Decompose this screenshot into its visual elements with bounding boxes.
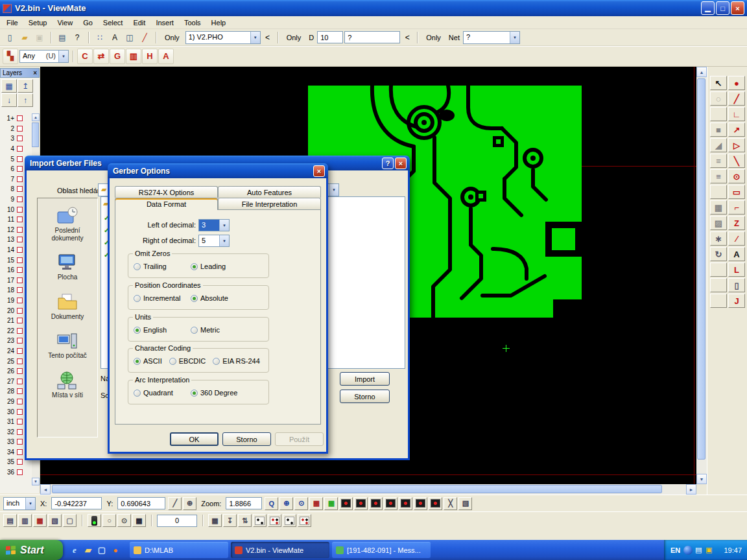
- pan-arrows-button[interactable]: ⇄: [93, 49, 109, 64]
- split-view-button[interactable]: ◫: [123, 31, 137, 44]
- align-tool-button[interactable]: ≡: [710, 154, 727, 168]
- start-button[interactable]: Start: [0, 540, 63, 560]
- zoom-window-icon[interactable]: ⊕: [279, 497, 293, 510]
- scroll-up-icon[interactable]: ▲: [696, 67, 707, 77]
- origin-icon[interactable]: ⊕: [183, 497, 196, 510]
- layer-color-swatch[interactable]: [17, 409, 23, 415]
- right-of-decimal-combo[interactable]: 5 ▼: [198, 235, 230, 247]
- vector-tool-button[interactable]: ↗: [728, 122, 745, 137]
- place-network[interactable]: Místa v síti: [38, 371, 97, 399]
- context-help-button[interactable]: ?: [70, 31, 84, 44]
- menu-item[interactable]: Setup: [23, 18, 53, 28]
- layer-color-swatch[interactable]: [17, 247, 23, 253]
- dcode-filter-icon[interactable]: [339, 497, 353, 510]
- layer-color-swatch[interactable]: [17, 257, 23, 263]
- pad-pattern-icon[interactable]: [429, 497, 442, 510]
- ie-quicklaunch[interactable]: e: [69, 545, 80, 555]
- radio-option[interactable]: 360 Degree: [191, 389, 248, 397]
- dropdown-arrow-icon[interactable]: ▼: [58, 51, 68, 62]
- menu-item[interactable]: View: [52, 18, 78, 28]
- aperture-text-button[interactable]: A: [158, 49, 174, 64]
- tab-data-format[interactable]: Data Format: [115, 198, 218, 210]
- dialog-close-button[interactable]: ×: [313, 165, 325, 177]
- radio-option[interactable]: EIA RS-244: [213, 357, 259, 365]
- layer-file-combo[interactable]: 1) V2.PHO ▼: [185, 31, 261, 44]
- layer-color-swatch[interactable]: [17, 368, 23, 374]
- unit-combo[interactable]: inch ▼: [3, 497, 36, 510]
- layer-color-swatch[interactable]: [17, 338, 23, 344]
- print-button[interactable]: ▤: [55, 31, 69, 44]
- previous-layer-button[interactable]: <: [262, 31, 274, 44]
- sketch-tool-button[interactable]: ∕: [728, 231, 745, 246]
- place-documents[interactable]: Dokumenty: [38, 292, 97, 321]
- zigzag-tool-button[interactable]: Z: [728, 216, 745, 230]
- menu-item[interactable]: Insert: [150, 18, 179, 28]
- task-button-message[interactable]: [191-482-091] - Mess...: [332, 542, 431, 558]
- layer-color-swatch[interactable]: [17, 176, 23, 182]
- language-indicator[interactable]: EN: [670, 546, 680, 554]
- axes-icon[interactable]: ⇅: [238, 514, 252, 527]
- dot-pattern-icon[interactable]: [283, 514, 296, 527]
- rotate-tool-button[interactable]: ↻: [710, 247, 727, 261]
- menu-item[interactable]: Edit: [128, 18, 150, 28]
- big-grid-icon[interactable]: ▦: [132, 514, 146, 527]
- dcode-filter-icon[interactable]: [354, 497, 368, 510]
- layer-move-up-button[interactable]: ↑: [18, 93, 33, 107]
- dot-pattern-icon[interactable]: [253, 514, 267, 527]
- radio-option[interactable]: Trailing: [134, 262, 191, 270]
- dcode-filter-icon[interactable]: [414, 497, 427, 510]
- sketch-mode-icon[interactable]: ╳: [444, 497, 457, 510]
- ready-light-icon[interactable]: [88, 514, 101, 527]
- task-button-viewmate[interactable]: V2.bin - ViewMate: [231, 542, 329, 558]
- dcode-filter-icon[interactable]: [399, 497, 412, 510]
- layer-color-swatch[interactable]: [17, 135, 23, 141]
- grid-red-icon[interactable]: ▦: [309, 497, 323, 510]
- dot-pattern-red-icon[interactable]: [298, 514, 311, 527]
- layer-stack-icon[interactable]: ▧: [48, 514, 62, 527]
- menu-item[interactable]: File: [1, 18, 23, 28]
- select-tool-button[interactable]: ↖: [710, 76, 727, 90]
- y-coordinate-input[interactable]: 0.690643: [117, 497, 165, 509]
- layer-color-swatch[interactable]: [17, 216, 23, 222]
- measure-distance-icon[interactable]: ╱: [168, 497, 182, 510]
- only-net-toggle[interactable]: Only: [421, 31, 445, 44]
- radio-option[interactable]: Quadrant: [134, 389, 191, 397]
- aperture-list-button[interactable]: ∷: [93, 31, 107, 44]
- round-aperture-tool-button[interactable]: ◌: [710, 91, 727, 106]
- layer-color-swatch[interactable]: [17, 439, 23, 445]
- only-dcode-toggle[interactable]: Only: [282, 31, 306, 44]
- vertical-scrollbar[interactable]: ▲ ▼: [696, 67, 707, 484]
- cancel-button[interactable]: Storno: [222, 432, 271, 446]
- firefox-quicklaunch[interactable]: ●: [110, 545, 121, 555]
- tray-messenger-icon[interactable]: [683, 546, 693, 555]
- empty-slot[interactable]: [710, 185, 727, 199]
- tab-file-interpretation[interactable]: File Interpretation: [218, 198, 321, 209]
- center-view-button[interactable]: C: [77, 49, 93, 64]
- layer-color-swatch[interactable]: [17, 429, 23, 435]
- layer-color-swatch[interactable]: [17, 267, 23, 273]
- corner-tool-button[interactable]: ∟: [728, 107, 745, 121]
- radio-option[interactable]: EBCDIC: [169, 357, 206, 365]
- menu-item[interactable]: Select: [98, 18, 128, 28]
- tab-rs274x-options[interactable]: RS274-X Options: [115, 186, 218, 198]
- layer-color-swatch[interactable]: [17, 379, 23, 384]
- zoom-select-icon[interactable]: Q: [265, 497, 278, 510]
- scroll-left-icon[interactable]: ◄: [40, 484, 51, 495]
- layer-color-swatch[interactable]: [17, 146, 23, 152]
- grid-tool-button[interactable]: ▦: [710, 200, 727, 215]
- vscroll-thumb[interactable]: [697, 78, 706, 460]
- radio-option[interactable]: Absolute: [191, 294, 248, 302]
- dcode-query-input[interactable]: ?: [344, 31, 400, 43]
- hook-tool-button[interactable]: J: [728, 294, 745, 308]
- radio-option[interactable]: English: [134, 326, 191, 334]
- layer-color-swatch[interactable]: [17, 237, 23, 242]
- import-button[interactable]: Import: [340, 372, 390, 386]
- layer-color-swatch[interactable]: [17, 348, 23, 354]
- layers-panel-header[interactable]: Layers ×: [0, 68, 40, 78]
- object-filter-combo[interactable]: Any (U) ▼: [19, 50, 69, 63]
- menu-item[interactable]: Help: [206, 18, 231, 28]
- layer-color-swatch[interactable]: [17, 298, 23, 303]
- layer-color-swatch[interactable]: [17, 156, 23, 162]
- polygon-tool-button[interactable]: ▷: [728, 138, 745, 152]
- layer-color-swatch[interactable]: [17, 358, 23, 364]
